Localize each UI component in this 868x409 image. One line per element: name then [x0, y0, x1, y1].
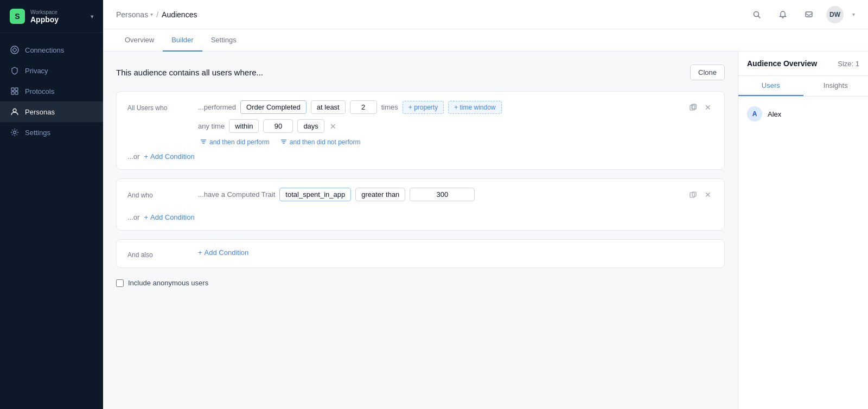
panel-users-content: A Alex [738, 97, 868, 131]
personas-icon [10, 107, 20, 117]
operator-pill[interactable]: greater than [355, 188, 405, 201]
remove-condition-1-button[interactable]: ✕ [703, 101, 713, 114]
sidebar-nav: Connections Privacy Protocols Personas S… [0, 33, 103, 409]
protocols-icon [10, 86, 20, 96]
time-window-pill[interactable]: + time window [448, 101, 501, 114]
svg-rect-1 [11, 88, 14, 91]
sidebar: S Workspace Appboy ▾ Connections Privacy… [0, 0, 103, 409]
svg-rect-4 [15, 92, 18, 94]
add-condition-2-button[interactable]: + Add Condition [144, 213, 194, 221]
section3-group-label: And also [127, 251, 153, 259]
panel-tab-users[interactable]: Users [738, 76, 803, 96]
breadcrumb-parent[interactable]: Personas ▾ [116, 10, 153, 19]
or-row-2: ...or + Add Condition [127, 213, 713, 221]
days-pill[interactable]: days [297, 119, 324, 133]
sidebar-item-settings[interactable]: Settings [0, 122, 103, 143]
appname-label: Appboy [30, 15, 59, 24]
anonymous-label: Include anonymous users [128, 279, 208, 287]
trait-value-input[interactable] [410, 188, 475, 201]
add-condition-1-button[interactable]: + Add Condition [144, 152, 194, 161]
panel-tabs: Users Insights [738, 76, 868, 97]
page-tabs: Overview Builder Settings [103, 29, 868, 52]
sidebar-item-personas[interactable]: Personas [0, 101, 103, 122]
panel-title: Audience Overview [747, 59, 817, 68]
panel-tab-insights[interactable]: Insights [803, 76, 869, 96]
condition-row-1b: any time within days ✕ [198, 119, 713, 133]
settings-label: Settings [25, 129, 50, 137]
event-name-pill[interactable]: Order Completed [240, 100, 307, 114]
filter-not-perform-icon [280, 138, 287, 146]
connections-icon [10, 45, 20, 55]
user-avatar-alex: A [747, 106, 762, 122]
plus-icon-1: + [144, 152, 148, 161]
any-time-label: any time [198, 122, 225, 130]
notifications-button[interactable] [774, 6, 792, 23]
builder-panel: This audience contains all users where..… [103, 52, 738, 409]
anonymous-row: Include anonymous users [116, 279, 725, 287]
search-button[interactable] [748, 6, 765, 23]
anonymous-checkbox[interactable] [116, 279, 124, 287]
tab-builder[interactable]: Builder [163, 29, 202, 52]
times-label: times [381, 103, 398, 111]
topbar-actions: DW ▾ [748, 6, 855, 23]
clone-button[interactable]: Clone [690, 65, 725, 80]
settings-icon [10, 127, 20, 137]
performed-label: ...performed [198, 103, 236, 111]
section2-group-label: And who [127, 191, 153, 199]
frequency-pill[interactable]: at least [311, 100, 346, 114]
personas-label: Personas [25, 108, 55, 116]
and-then-did-perform-link[interactable]: and then did perform [200, 138, 270, 146]
remove-condition-2-button[interactable]: ✕ [703, 188, 713, 201]
property-pill[interactable]: + property [403, 101, 444, 114]
and-then-did-not-perform-link[interactable]: and then did not perform [280, 138, 361, 146]
breadcrumb: Personas ▾ / Audiences [116, 10, 197, 19]
topbar: Personas ▾ / Audiences DW ▾ [103, 0, 868, 29]
condition-section-3: And also + Add Condition [116, 239, 725, 268]
user-name-alex: Alex [768, 110, 781, 118]
plus-icon-3: + [198, 248, 202, 257]
duplicate-condition-1-button[interactable] [687, 101, 699, 113]
audience-header: This audience contains all users where..… [116, 65, 725, 80]
sidebar-item-connections[interactable]: Connections [0, 40, 103, 60]
plus-icon-2: + [144, 213, 148, 221]
action-links-1: and then did perform and then did not pe… [198, 138, 713, 146]
and-then-did-not-perform-label: and then did not perform [290, 138, 361, 146]
condition-row-1: ...performed Order Completed at least ti… [198, 100, 713, 114]
messages-button[interactable] [800, 6, 818, 23]
privacy-label: Privacy [25, 67, 48, 75]
user-avatar-button[interactable]: DW [826, 6, 844, 23]
protocols-label: Protocols [25, 87, 54, 95]
condition-1-actions: ✕ [687, 101, 713, 114]
panel-size: Size: 1 [838, 60, 859, 68]
tab-settings[interactable]: Settings [202, 29, 245, 52]
tab-overview[interactable]: Overview [116, 29, 163, 52]
user-row-alex: A Alex [747, 103, 859, 125]
workspace-label: Workspace [30, 9, 59, 15]
section1-group-label: All Users who [127, 104, 167, 112]
or-label-1: ...or [127, 152, 139, 161]
user-chevron-icon: ▾ [852, 11, 855, 17]
or-row-3: + Add Condition [198, 248, 713, 257]
within-value-input[interactable] [263, 119, 293, 133]
sidebar-item-privacy[interactable]: Privacy [0, 60, 103, 81]
privacy-icon [10, 66, 20, 75]
connections-label: Connections [25, 46, 64, 54]
content-area: This audience contains all users where..… [103, 52, 868, 409]
condition-row-2: ...have a Computed Trait total_spent_in_… [198, 188, 713, 201]
computed-label: ...have a Computed Trait [198, 190, 275, 199]
trait-name-pill[interactable]: total_spent_in_app [279, 188, 351, 201]
logo[interactable]: S Workspace Appboy ▾ [0, 0, 103, 33]
condition-2-actions: ✕ [687, 188, 713, 201]
add-condition-3-button[interactable]: + Add Condition [198, 248, 248, 257]
svg-point-5 [13, 109, 16, 112]
breadcrumb-current: Audiences [162, 10, 197, 19]
filter-perform-icon [200, 138, 207, 146]
sidebar-item-protocols[interactable]: Protocols [0, 81, 103, 101]
logo-icon: S [10, 9, 25, 24]
frequency-value-input[interactable] [350, 100, 377, 114]
within-pill[interactable]: within [229, 119, 259, 133]
duplicate-condition-2-button[interactable] [687, 189, 699, 201]
remove-time-btn[interactable]: ✕ [329, 122, 337, 131]
logo-chevron-icon[interactable]: ▾ [91, 14, 93, 20]
breadcrumb-separator: / [156, 10, 158, 19]
